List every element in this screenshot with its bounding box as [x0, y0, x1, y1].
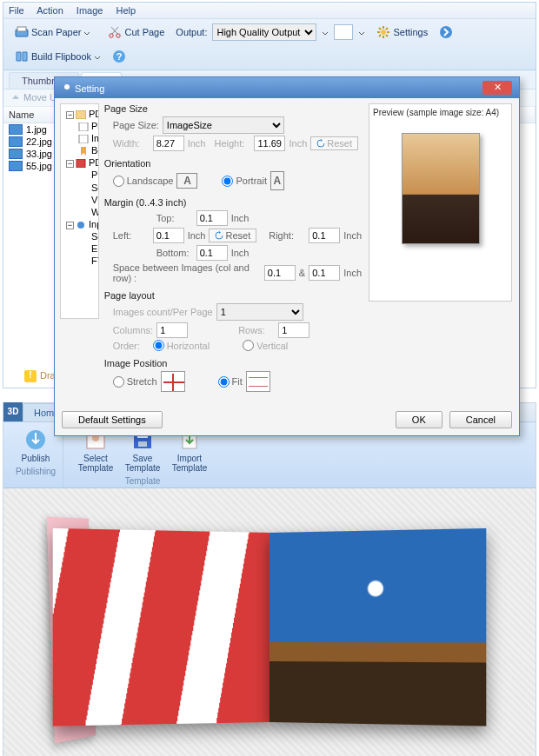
pageflip-app: 3D Home Settings Page Layout Publish Pub… — [3, 402, 536, 756]
output-label: Output: — [176, 27, 207, 37]
rows-input[interactable] — [278, 322, 309, 338]
svg-text:?: ? — [116, 51, 123, 62]
book-icon — [15, 50, 29, 63]
dropdown-icon — [83, 29, 90, 36]
dropdown-icon[interactable] — [358, 29, 365, 36]
position-fit-radio[interactable]: Fit — [218, 376, 243, 388]
scanner-app: File Action Image Help Scan Paper Cut Pa… — [3, 2, 536, 388]
gear-icon — [62, 82, 72, 92]
preview-label: Preview (sample image size: A4) — [373, 108, 508, 117]
tree-page-settings[interactable]: Page Settings — [63, 120, 96, 132]
cancel-button[interactable]: Cancel — [449, 411, 512, 428]
main-toolbar: Scan Paper Cut Page Output: High Quality… — [3, 19, 536, 70]
image-file-icon — [9, 124, 23, 135]
section-image-position: Image Position Stretch Fit — [104, 358, 362, 392]
tree-watermark[interactable]: Watermark — [63, 206, 96, 218]
menu-image[interactable]: Image — [77, 5, 103, 16]
svg-point-8 — [64, 84, 70, 90]
section-page-size: Page Size Page Size: ImageSize Width: In… — [104, 103, 362, 151]
dialog-title: Setting — [75, 83, 104, 94]
reset-size-button[interactable]: Reset — [310, 136, 358, 150]
reset-margin-button[interactable]: Reset — [209, 229, 256, 242]
page-size-select[interactable]: ImageSize — [163, 116, 284, 134]
ribbon-group-label: Template — [125, 476, 161, 486]
dropdown-icon — [94, 53, 101, 60]
page-image — [270, 528, 486, 726]
margin-right-input[interactable] — [309, 228, 340, 243]
fit-icon — [246, 371, 270, 392]
space-label: Space between Images (col and row) : — [113, 262, 261, 283]
svg-rect-1 — [17, 27, 26, 31]
color-picker[interactable] — [334, 24, 353, 40]
book-page-left[interactable] — [53, 528, 270, 726]
help-icon[interactable]: ? — [112, 50, 126, 63]
margin-top-input[interactable] — [196, 210, 228, 226]
scanner-icon — [15, 25, 29, 39]
flipbook[interactable] — [43, 524, 496, 739]
cut-icon — [108, 25, 122, 39]
height-input[interactable] — [254, 136, 285, 151]
app-menu-button[interactable]: 3D — [3, 402, 23, 421]
height-label: Height: — [214, 138, 250, 149]
tree-properties[interactable]: Properties — [63, 169, 96, 181]
stretch-icon — [161, 371, 185, 392]
output-select[interactable]: High Quality Output — [212, 23, 316, 41]
arrow-right-icon[interactable] — [439, 25, 453, 39]
col-space-input[interactable] — [264, 265, 296, 281]
book-page-right[interactable] — [270, 528, 486, 726]
ok-button[interactable]: OK — [396, 411, 443, 428]
margin-bottom-input[interactable] — [196, 245, 228, 261]
tree-email[interactable]: Email — [63, 242, 96, 255]
svg-rect-19 — [138, 441, 147, 447]
scan-paper-button[interactable]: Scan Paper — [9, 23, 96, 42]
warning-icon — [24, 370, 37, 382]
image-file-icon — [9, 161, 23, 171]
svg-rect-9 — [76, 110, 86, 119]
row-space-input[interactable] — [309, 265, 340, 281]
tree-bookmark[interactable]: Bookmark — [63, 144, 96, 156]
svg-point-5 — [440, 26, 452, 38]
menu-help[interactable]: Help — [116, 5, 136, 16]
publish-icon — [23, 428, 48, 452]
dropdown-icon[interactable] — [322, 29, 329, 36]
page-size-label: Page Size: — [113, 120, 159, 130]
gear-icon — [376, 25, 390, 39]
order-horizontal-radio[interactable]: Horizontal — [153, 340, 210, 351]
menu-action[interactable]: Action — [37, 5, 63, 16]
tree-pdf-additions[interactable]: −PDF Additions — [63, 156, 96, 169]
columns-input[interactable] — [156, 322, 188, 338]
image-file-icon — [9, 136, 23, 147]
svg-point-4 — [381, 30, 386, 35]
orientation-portrait-radio[interactable]: Portrait — [222, 176, 266, 187]
publish-button[interactable]: Publish — [14, 426, 57, 465]
settings-button[interactable]: Settings — [370, 23, 434, 42]
tree-image-transform[interactable]: Image Transform — [63, 132, 96, 144]
svg-rect-10 — [79, 123, 88, 131]
dialog-titlebar[interactable]: Setting ✕ — [55, 77, 519, 98]
orientation-landscape-radio[interactable]: Landscape — [113, 176, 174, 187]
default-settings-button[interactable]: Default Settings — [62, 411, 163, 428]
landscape-icon: A — [176, 173, 197, 189]
svg-point-13 — [77, 222, 84, 229]
cut-page-button[interactable]: Cut Page — [102, 23, 170, 42]
menu-file[interactable]: File — [9, 5, 24, 16]
tree-io[interactable]: −Input/Output — [63, 218, 96, 230]
build-flipbook-button[interactable]: Build Flipbook — [9, 47, 107, 66]
tree-security[interactable]: Security — [63, 182, 96, 194]
tree-pdf-settings[interactable]: −PDF Settings — [63, 108, 96, 120]
svg-point-3 — [116, 34, 120, 37]
svg-rect-11 — [79, 135, 88, 143]
close-icon[interactable]: ✕ — [482, 81, 512, 95]
images-per-page-select[interactable]: 1 — [216, 303, 303, 321]
tree-scan[interactable]: Scan — [63, 230, 96, 242]
flipbook-stage[interactable] — [3, 488, 536, 756]
preview-panel: Preview (sample image size: A4) — [369, 103, 512, 302]
order-vertical-radio[interactable]: Vertical — [243, 340, 288, 351]
svg-rect-12 — [77, 159, 85, 168]
tree-viewer[interactable]: Viewer — [63, 194, 96, 206]
tree-ftp[interactable]: FTP — [63, 255, 96, 267]
position-stretch-radio[interactable]: Stretch — [113, 376, 157, 388]
margin-left-input[interactable] — [153, 228, 184, 243]
cut-label: Cut Page — [124, 27, 164, 37]
width-input[interactable] — [153, 136, 184, 151]
